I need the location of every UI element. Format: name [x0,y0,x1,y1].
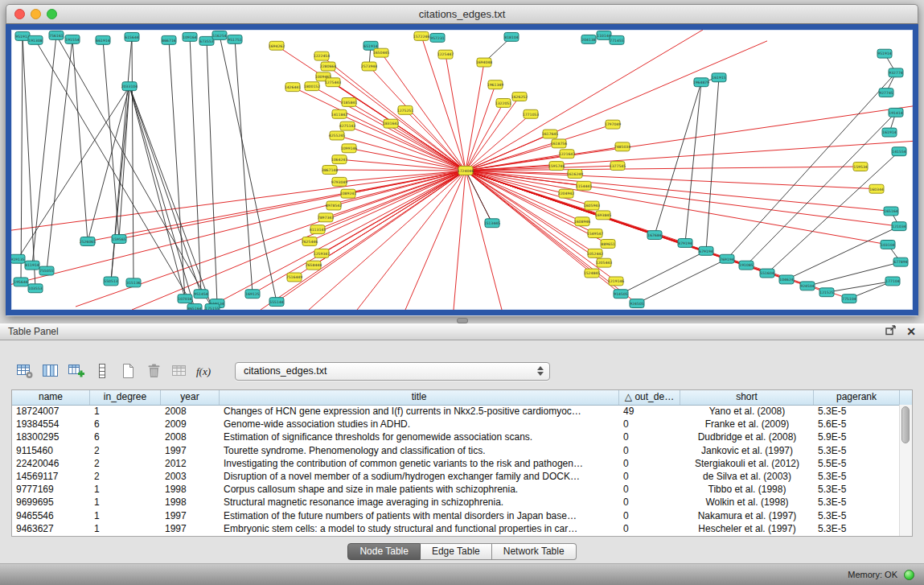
graph-node[interactable]: 551604 [760,269,774,278]
graph-node[interactable]: 1617645 [542,130,559,138]
tab-network-table[interactable]: Network Table [492,543,577,560]
graph-node[interactable]: 8978542 [326,201,343,210]
graph-node[interactable]: 951751 [228,35,242,43]
vertical-scrollbar[interactable] [899,405,912,536]
close-panel-icon[interactable]: ✕ [906,326,916,337]
table-row[interactable]: 1830029562008Estimation of significance … [12,431,900,443]
scrollbar-thumb[interactable] [901,406,910,443]
graph-node[interactable]: 661914 [96,35,110,44]
graph-node[interactable]: 1616249 [567,170,584,179]
graph-node[interactable]: 191414 [889,108,903,117]
row-button[interactable] [92,360,113,381]
graph-node[interactable]: 1154441 [576,181,593,190]
graph-node[interactable]: 2033104 [121,82,138,91]
graph-node[interactable]: 927745 [879,89,893,97]
graph-node[interactable]: 1595748 [548,162,565,171]
delete-rows-button[interactable] [143,360,164,381]
graph-node[interactable]: 159565 [112,235,126,244]
graph-node[interactable]: 924504 [800,282,815,290]
graph-node[interactable]: 1964879 [693,78,710,87]
graph-node[interactable]: 1800152 [304,82,321,91]
graph-node[interactable]: 191308 [28,35,43,44]
graph-node[interactable]: 1275443 [325,78,342,87]
graph-node[interactable]: 191085 [739,261,754,270]
float-panel-icon[interactable] [885,325,897,338]
graph-node[interactable]: 1524845 [584,269,601,278]
graph-node[interactable]: 1426441 [285,83,302,92]
new-column-button[interactable] [66,360,87,381]
graph-node[interactable]: 951914 [877,49,892,58]
graph-node[interactable]: 775104 [842,295,856,303]
graph-node[interactable]: 1694048 [476,58,493,67]
minimize-button[interactable] [31,9,41,19]
graph-node[interactable]: 1222454 [314,51,331,60]
column-header-pagerank[interactable]: pagerank [814,390,900,405]
graph-node[interactable]: 1322051 [495,99,512,108]
graph-node[interactable]: 1052442 [587,249,604,257]
graph-node[interactable]: 7516449 [286,273,303,282]
graph-node[interactable]: 141554 [892,147,906,156]
graph-node[interactable]: 879194 [678,239,692,248]
graph-node[interactable]: 677894 [893,257,908,266]
table-row[interactable]: 977716911998Corpus callosum shape and si… [12,483,900,496]
graph-node[interactable]: 160344 [869,184,884,193]
graph-node[interactable]: 1650445 [373,48,390,57]
graph-node[interactable]: 104624 [779,275,794,284]
graph-node[interactable]: 9793049 [331,177,348,186]
graph-node[interactable]: 615644 [125,32,139,41]
new-document-button[interactable] [117,360,138,381]
graph-node[interactable]: 673553 [199,36,214,45]
graph-node[interactable]: 2573944 [361,62,378,71]
graph-node[interactable]: 103553 [28,284,43,293]
table-mode-button[interactable] [14,360,35,381]
graph-node[interactable]: 1618756 [551,139,568,148]
graph-node[interactable]: 159534 [853,163,868,171]
delete-table-button[interactable] [169,360,190,381]
graph-node[interactable]: 7897343 [318,213,335,222]
graph-node[interactable]: 866716 [162,35,176,44]
graph-node[interactable]: 1219146 [608,277,625,286]
graph-node[interactable]: 1259347 [314,249,331,257]
graph-node[interactable]: 914505 [614,290,628,299]
graph-node[interactable]: 932774 [889,68,903,77]
network-graph[interactable]: 9519131913087561611915546619146156448667… [11,30,913,310]
graph-node[interactable]: 4113145 [310,225,326,234]
graph-node[interactable]: 161915 [712,73,726,82]
graph-node[interactable]: 889651 [601,240,615,249]
tab-node-table[interactable]: Node Table [347,543,421,560]
graph-node[interactable]: 315136 [126,278,141,287]
table-row[interactable]: 1938455462009Genome-wide association stu… [12,418,900,431]
table-row[interactable]: 1456911722003Disruption of a novel membe… [12,470,900,483]
graph-node[interactable]: 957231 [430,33,445,42]
function-builder-button[interactable]: f(x) [195,360,216,381]
graph-node[interactable]: 924505 [630,299,644,308]
graph-node[interactable]: 516254 [212,31,227,39]
graph-node[interactable]: 121525 [819,288,834,297]
close-button[interactable] [14,9,25,19]
column-header-in_degree[interactable]: in_degree [90,390,161,405]
splitter-grip-icon[interactable] [457,318,468,323]
graph-node[interactable]: 811914 [25,261,39,270]
graph-node[interactable]: 204138 [581,35,596,43]
graph-node[interactable]: 7485034 [614,142,631,151]
table-row[interactable]: 946554611997Estimation of the future num… [12,509,900,522]
column-header-out_de[interactable]: △ out_de… [619,390,680,405]
tab-edge-table[interactable]: Edge Table [421,543,492,560]
graph-node[interactable]: 1961349 [487,80,504,89]
graph-node[interactable]: 167684 [647,231,662,240]
graph-node[interactable]: 1724046 [458,167,474,175]
graph-node[interactable]: 7625446 [302,237,318,246]
table-row[interactable]: 2242004622012Investigating the contribut… [12,457,900,470]
graph-node[interactable]: 177104 [885,277,900,286]
graph-node[interactable]: 2185841 [341,98,358,107]
graph-node[interactable]: 169125 [245,290,260,299]
table-selector[interactable]: citations_edges.txt [235,362,550,381]
graph-node[interactable]: 2280664 [320,62,337,71]
table-row[interactable]: 969969511998Structural magnetic resonanc… [12,496,900,509]
graph-node[interactable]: 4255245 [329,131,346,140]
graph-node[interactable]: 191554 [65,35,80,43]
graph-node[interactable]: 1205443 [596,258,613,267]
graph-node[interactable]: 1549547 [587,229,604,238]
graph-node[interactable]: 1099146 [341,144,358,153]
graph-node[interactable]: 818104 [504,32,519,41]
